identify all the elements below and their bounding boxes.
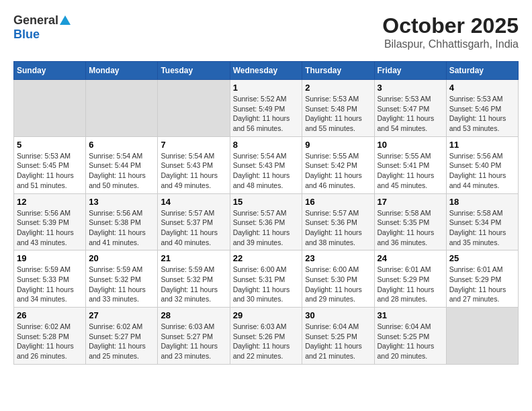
day-info: Sunrise: 6:00 AMSunset: 5:31 PMDaylight:… [233,265,290,303]
calendar-week-4: 19 Sunrise: 5:59 AMSunset: 5:33 PMDaylig… [14,250,519,308]
calendar-week-1: 1 Sunrise: 5:52 AMSunset: 5:49 PMDayligh… [14,80,519,137]
logo-icon [59,14,71,26]
calendar-cell: 1 Sunrise: 5:52 AMSunset: 5:49 PMDayligh… [230,80,302,137]
day-info: Sunrise: 5:53 AMSunset: 5:47 PMDaylight:… [378,95,435,132]
day-info: Sunrise: 6:03 AMSunset: 5:27 PMDaylight:… [161,322,218,360]
header-friday: Friday [374,62,446,80]
day-info: Sunrise: 5:53 AMSunset: 5:46 PMDaylight:… [449,95,506,132]
logo: General Blue [13,13,71,42]
day-number: 6 [89,140,154,150]
logo-general: General [13,13,58,28]
day-number: 8 [233,140,300,150]
calendar-cell: 29 Sunrise: 6:03 AMSunset: 5:26 PMDaylig… [230,308,302,365]
day-number: 27 [89,310,154,320]
calendar-cell: 11 Sunrise: 5:56 AMSunset: 5:40 PMDaylig… [446,136,518,193]
day-number: 31 [378,310,443,320]
day-number: 17 [378,197,443,207]
header: General Blue October 2025 Bilaspur, Chha… [13,13,519,50]
calendar-cell [158,80,230,137]
day-info: Sunrise: 6:01 AMSunset: 5:29 PMDaylight:… [449,265,506,303]
header-thursday: Thursday [302,62,374,80]
logo-blue: Blue [13,28,40,42]
day-info: Sunrise: 5:57 AMSunset: 5:37 PMDaylight:… [161,209,218,246]
day-number: 16 [305,197,371,207]
day-info: Sunrise: 5:56 AMSunset: 5:39 PMDaylight:… [17,209,74,246]
day-info: Sunrise: 6:02 AMSunset: 5:28 PMDaylight:… [17,322,74,360]
day-number: 1 [233,83,300,93]
day-number: 14 [161,197,226,207]
day-info: Sunrise: 6:04 AMSunset: 5:25 PMDaylight:… [378,322,435,360]
day-info: Sunrise: 5:55 AMSunset: 5:41 PMDaylight:… [378,152,435,189]
calendar-cell: 27 Sunrise: 6:02 AMSunset: 5:27 PMDaylig… [86,308,158,365]
day-number: 11 [449,140,515,150]
day-info: Sunrise: 6:03 AMSunset: 5:26 PMDaylight:… [233,322,290,360]
header-monday: Monday [86,62,158,80]
calendar-cell: 25 Sunrise: 6:01 AMSunset: 5:29 PMDaylig… [446,250,518,308]
calendar-cell: 5 Sunrise: 5:53 AMSunset: 5:45 PMDayligh… [14,136,86,193]
calendar-cell: 12 Sunrise: 5:56 AMSunset: 5:39 PMDaylig… [14,193,86,250]
day-info: Sunrise: 5:54 AMSunset: 5:43 PMDaylight:… [233,152,290,189]
day-number: 3 [378,83,443,93]
calendar-cell [86,80,158,137]
day-number: 4 [449,83,515,93]
day-number: 24 [378,253,443,263]
calendar-table: Sunday Monday Tuesday Wednesday Thursday… [13,61,519,365]
day-number: 21 [161,253,226,263]
day-number: 22 [233,253,300,263]
calendar-cell: 17 Sunrise: 5:58 AMSunset: 5:35 PMDaylig… [374,193,446,250]
calendar-cell: 26 Sunrise: 6:02 AMSunset: 5:28 PMDaylig… [14,308,86,365]
calendar-header-row: Sunday Monday Tuesday Wednesday Thursday… [14,62,519,80]
header-wednesday: Wednesday [230,62,302,80]
calendar-cell: 10 Sunrise: 5:55 AMSunset: 5:41 PMDaylig… [374,136,446,193]
calendar-cell: 3 Sunrise: 5:53 AMSunset: 5:47 PMDayligh… [374,80,446,137]
calendar-week-3: 12 Sunrise: 5:56 AMSunset: 5:39 PMDaylig… [14,193,519,250]
day-info: Sunrise: 5:58 AMSunset: 5:35 PMDaylight:… [378,209,435,246]
day-number: 19 [17,253,83,263]
day-number: 26 [17,310,83,320]
calendar-week-5: 26 Sunrise: 6:02 AMSunset: 5:28 PMDaylig… [14,308,519,365]
calendar-cell: 30 Sunrise: 6:04 AMSunset: 5:25 PMDaylig… [302,308,374,365]
calendar-cell: 28 Sunrise: 6:03 AMSunset: 5:27 PMDaylig… [158,308,230,365]
day-info: Sunrise: 5:56 AMSunset: 5:38 PMDaylight:… [89,209,146,246]
day-info: Sunrise: 5:59 AMSunset: 5:32 PMDaylight:… [89,265,146,303]
day-number: 29 [233,310,300,320]
svg-marker-0 [60,15,71,25]
calendar-subtitle: Bilaspur, Chhattisgarh, India [382,38,519,50]
day-info: Sunrise: 5:59 AMSunset: 5:33 PMDaylight:… [17,265,74,303]
day-number: 18 [449,197,515,207]
day-number: 30 [305,310,371,320]
calendar-cell: 19 Sunrise: 5:59 AMSunset: 5:33 PMDaylig… [14,250,86,308]
day-info: Sunrise: 5:56 AMSunset: 5:40 PMDaylight:… [449,152,506,189]
calendar-cell: 22 Sunrise: 6:00 AMSunset: 5:31 PMDaylig… [230,250,302,308]
calendar-cell: 21 Sunrise: 5:59 AMSunset: 5:32 PMDaylig… [158,250,230,308]
day-number: 23 [305,253,371,263]
calendar-cell: 2 Sunrise: 5:53 AMSunset: 5:48 PMDayligh… [302,80,374,137]
day-number: 12 [17,197,83,207]
day-info: Sunrise: 6:01 AMSunset: 5:29 PMDaylight:… [378,265,435,303]
calendar-cell: 20 Sunrise: 5:59 AMSunset: 5:32 PMDaylig… [86,250,158,308]
calendar-cell: 8 Sunrise: 5:54 AMSunset: 5:43 PMDayligh… [230,136,302,193]
day-info: Sunrise: 5:57 AMSunset: 5:36 PMDaylight:… [305,209,362,246]
day-info: Sunrise: 5:53 AMSunset: 5:48 PMDaylight:… [305,95,362,132]
day-number: 9 [305,140,371,150]
day-info: Sunrise: 6:02 AMSunset: 5:27 PMDaylight:… [89,322,146,360]
calendar-cell [446,308,518,365]
calendar-cell: 7 Sunrise: 5:54 AMSunset: 5:43 PMDayligh… [158,136,230,193]
calendar-week-2: 5 Sunrise: 5:53 AMSunset: 5:45 PMDayligh… [14,136,519,193]
header-sunday: Sunday [14,62,86,80]
calendar-cell: 24 Sunrise: 6:01 AMSunset: 5:29 PMDaylig… [374,250,446,308]
day-info: Sunrise: 5:54 AMSunset: 5:43 PMDaylight:… [161,152,218,189]
day-info: Sunrise: 6:00 AMSunset: 5:30 PMDaylight:… [305,265,362,303]
day-number: 7 [161,140,226,150]
calendar-cell: 6 Sunrise: 5:54 AMSunset: 5:44 PMDayligh… [86,136,158,193]
day-info: Sunrise: 5:55 AMSunset: 5:42 PMDaylight:… [305,152,362,189]
calendar-cell: 31 Sunrise: 6:04 AMSunset: 5:25 PMDaylig… [374,308,446,365]
calendar-cell: 14 Sunrise: 5:57 AMSunset: 5:37 PMDaylig… [158,193,230,250]
calendar-title: October 2025 [382,13,519,38]
calendar-cell: 16 Sunrise: 5:57 AMSunset: 5:36 PMDaylig… [302,193,374,250]
day-number: 28 [161,310,226,320]
calendar-cell: 15 Sunrise: 5:57 AMSunset: 5:36 PMDaylig… [230,193,302,250]
day-number: 5 [17,140,83,150]
day-number: 10 [378,140,443,150]
calendar-cell: 9 Sunrise: 5:55 AMSunset: 5:42 PMDayligh… [302,136,374,193]
